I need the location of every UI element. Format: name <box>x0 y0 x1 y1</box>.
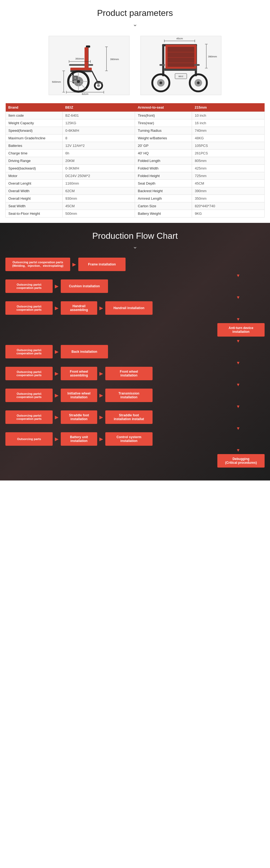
spec-cell: 10 inch <box>192 112 265 119</box>
spec-row: Overall Height930mmArmrest Length350mm <box>6 195 265 203</box>
down-arrow: ▼ <box>5 361 265 365</box>
spec-cell: Brand <box>6 103 63 112</box>
spec-cell: 45CM <box>62 203 135 210</box>
flow-row: Debugging (Critical procedures) <box>5 453 265 468</box>
spec-cell: 1160mm <box>62 180 135 187</box>
flow-middle-box: Straddle foot installation <box>61 410 97 424</box>
spec-cell: Motor <box>6 172 63 180</box>
spec-cell: 125KG <box>62 119 135 127</box>
spec-cell: Armrest-to-seat <box>135 103 192 112</box>
svg-rect-18 <box>86 45 90 48</box>
spec-cell: Charge time <box>6 150 63 157</box>
flow-rows: Outsorcing parts\ cooperation parts (Wel… <box>5 257 265 468</box>
spec-cell: 0-3KM/H <box>62 165 135 172</box>
spec-cell: Battery Weight <box>135 210 192 217</box>
diagram-area: M 62cm 500mm 350mm <box>5 33 265 98</box>
side-view-diagram: M 62cm 500mm 350mm <box>49 36 130 95</box>
spec-cell: Armrest Length <box>135 195 192 203</box>
flow-row: Outsorcing parts\ cooperation parts▶Stra… <box>5 410 265 425</box>
spec-cell: 48KG <box>192 134 265 142</box>
spec-row: BrandBEIZArmrest-to-seat215mm <box>6 103 265 112</box>
flow-source-box: Outsorcing parts\ cooperation parts <box>5 367 53 380</box>
svg-text:350mm: 350mm <box>75 57 84 60</box>
flow-icon: ⌄ <box>5 243 265 250</box>
spec-cell: Driving Range <box>6 157 63 165</box>
spec-cell: Overall Width <box>6 187 63 195</box>
svg-text:500mm: 500mm <box>52 80 61 83</box>
spec-cell: 16 inch <box>192 119 265 127</box>
spec-cell: 62CM <box>62 187 135 195</box>
spec-cell: Backrest Height <box>135 187 192 195</box>
spec-cell: Folded Width <box>135 165 192 172</box>
flow-middle-box: Handrail assembling <box>61 301 97 315</box>
spec-cell: Folded Length <box>135 157 192 165</box>
spec-cell: Carton Size <box>135 203 192 210</box>
spec-row: Charge time6h40' HQ261PCS <box>6 150 265 157</box>
spec-cell: Overall Height <box>6 195 63 203</box>
spec-cell: 820*440*740 <box>192 203 265 210</box>
flow-source-box: Outsorcing parts\ cooperation parts <box>5 279 53 293</box>
spec-cell: Tires(front) <box>135 112 192 119</box>
spec-row: Item codeBZ-6401Tires(front)10 inch <box>6 112 265 119</box>
svg-rect-19 <box>71 68 92 70</box>
spec-cell: Batteries <box>6 142 63 150</box>
svg-text:45cm: 45cm <box>176 37 183 40</box>
down-arrow: ▼ <box>5 426 265 431</box>
spec-row: Seat-to-Floor Height500mmBattery Weight9… <box>6 210 265 217</box>
spec-cell: Seat Depth <box>135 180 192 187</box>
spec-cell: Weight w/Batteries <box>135 134 192 142</box>
flow-row: Outsorcing parts\ cooperation parts▶Hand… <box>5 301 265 315</box>
spec-cell: 105PCS <box>192 142 265 150</box>
spec-cell: 9KG <box>192 210 265 217</box>
svg-text:62cm: 62cm <box>82 92 88 95</box>
down-arrow: ▼ <box>5 404 265 409</box>
svg-point-15 <box>97 84 100 87</box>
flow-dest-box: Anti-turn device installation <box>217 323 265 337</box>
spec-cell: 6h <box>62 150 135 157</box>
svg-text:BEIZ: BEIZ <box>179 75 183 78</box>
spec-cell: 425mm <box>192 165 265 172</box>
flow-middle-box: Initiative wheel installation <box>61 389 97 402</box>
spec-row: Overall Lenght1160mmSeat Depth45CM <box>6 180 265 187</box>
spec-cell: Speed(forward) <box>6 127 63 134</box>
spec-cell: 40' HQ <box>135 150 192 157</box>
spec-cell: 930mm <box>62 195 135 203</box>
flow-dest-box: Control systerm installation <box>105 432 153 446</box>
spec-cell: Folded Height <box>135 172 192 180</box>
flow-source-box: Outsorcing parts\ cooperation parts <box>5 301 53 315</box>
down-arrow: ▼ <box>5 273 265 278</box>
flow-source-box: Outsorcing parts\ cooperation parts <box>5 389 53 402</box>
flow-dest-box: Transmission installation <box>105 389 153 402</box>
flow-source-box: Outsorcing parts\ cooperation parts <box>5 410 53 424</box>
spec-row: Driving Range20KMFolded Length805mm <box>6 157 265 165</box>
flow-source-box: Outsorcing parts <box>5 432 53 446</box>
spec-row: Overall Width62CMBackrest Height390mm <box>6 187 265 195</box>
spec-row: Speed(backward)0-3KM/HFolded Width425mm <box>6 165 265 172</box>
svg-rect-20 <box>84 48 88 69</box>
down-arrow: ▼ <box>5 317 265 322</box>
flow-row: Outsorcing parts\ cooperation parts▶Fron… <box>5 366 265 381</box>
spec-cell: 215mm <box>192 103 265 112</box>
spec-cell: 725mm <box>192 172 265 180</box>
flow-row: Anti-turn device installation <box>5 322 265 337</box>
flow-row: Outsorcing parts▶Battery unit installati… <box>5 431 265 446</box>
spec-cell: 350mm <box>192 195 265 203</box>
spec-cell: 740mm <box>192 127 265 134</box>
spec-cell: Tires(rear) <box>135 119 192 127</box>
spec-row: Maximum Grade/Incline8Weight w/Batteries… <box>6 134 265 142</box>
flow-source-box: Outsorcing parts\ cooperation parts <box>5 345 53 359</box>
spec-cell: Seat-to-Floor Height <box>6 210 63 217</box>
svg-point-52 <box>160 82 162 84</box>
flow-row: Outsorcing parts\ cooperation parts▶Back… <box>5 344 265 359</box>
spec-cell: 12V 12AH*2 <box>62 142 135 150</box>
svg-text:390mm: 390mm <box>110 58 119 61</box>
flow-dest-box: Cushion installation <box>61 279 108 293</box>
spec-cell: Weight Capacity <box>6 119 63 127</box>
spec-row: Seat Width45CMCarton Size820*440*740 <box>6 203 265 210</box>
params-title: Product parameters <box>5 8 265 18</box>
spec-cell: Overall Lenght <box>6 180 63 187</box>
down-arrow: ▼ <box>5 382 265 387</box>
svg-line-13 <box>80 83 86 89</box>
params-icon: ⌄ <box>5 21 265 28</box>
flow-dest-box: Straddle foot installation installat <box>105 410 153 424</box>
